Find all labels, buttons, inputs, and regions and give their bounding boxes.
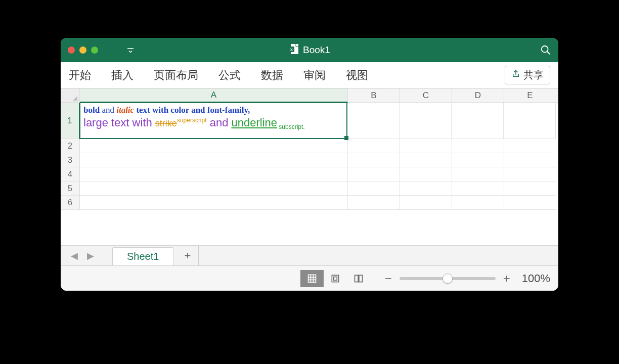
zoom-in-button[interactable]: +: [502, 271, 512, 286]
svg-rect-6: [308, 275, 316, 282]
cell-C5[interactable]: [400, 181, 452, 196]
text-strike: strike: [155, 118, 177, 128]
tab-formulas[interactable]: 公式: [208, 68, 251, 83]
svg-rect-14: [359, 275, 363, 282]
cell-B3[interactable]: [348, 153, 400, 167]
text-bold: bold: [83, 105, 100, 115]
cell-B4[interactable]: [348, 167, 400, 181]
column-header-E[interactable]: E: [504, 88, 556, 102]
cell-D2[interactable]: [452, 139, 504, 153]
svg-rect-2: [289, 47, 294, 52]
svg-line-5: [547, 52, 550, 55]
row-6: 6: [61, 196, 558, 210]
cell-E6[interactable]: [504, 196, 556, 210]
tab-layout[interactable]: 页面布局: [144, 68, 208, 83]
zoom-slider[interactable]: [400, 277, 496, 280]
share-button[interactable]: 共享: [505, 66, 550, 84]
cell-A4[interactable]: [80, 167, 348, 181]
column-headers: A B C D E: [61, 88, 558, 103]
cell-C2[interactable]: [400, 139, 452, 153]
column-header-C[interactable]: C: [400, 88, 452, 102]
app-window: X Book1 开始 插入 页面布局 公式 数据 审阅 视图 共享: [61, 38, 558, 291]
cell-B6[interactable]: [348, 196, 400, 210]
cell-B5[interactable]: [348, 181, 400, 196]
svg-rect-13: [355, 275, 358, 282]
search-icon: [540, 44, 551, 56]
row-header-5[interactable]: 5: [61, 181, 80, 196]
cell-A2[interactable]: [80, 139, 348, 153]
sheet-nav-next-icon[interactable]: ▶: [84, 250, 97, 261]
page-layout-icon: [330, 274, 340, 284]
page-break-icon: [353, 274, 364, 284]
sheet-tab-bar: ◀ ▶ Sheet1 +: [61, 245, 558, 265]
view-switcher: [300, 270, 370, 287]
row-1: 1 bold and italic text with color and fo…: [61, 103, 558, 139]
tab-view[interactable]: 视图: [336, 68, 378, 83]
cell-A1-line2: large text with strikesuperscript and un…: [83, 116, 343, 130]
cell-E1[interactable]: [504, 103, 556, 139]
cell-A1[interactable]: bold and italic text with color and font…: [79, 103, 347, 139]
cell-D3[interactable]: [452, 153, 504, 167]
cell-B2[interactable]: [348, 139, 400, 153]
cell-E5[interactable]: [504, 181, 556, 196]
document-title: Book1: [303, 44, 330, 56]
fill-handle[interactable]: [344, 136, 348, 140]
cell-A3[interactable]: [80, 153, 348, 167]
window-title: X Book1: [61, 38, 558, 62]
ribbon-tabs: 开始 插入 页面布局 公式 数据 审阅 视图 共享: [61, 62, 558, 88]
cell-D4[interactable]: [452, 167, 504, 181]
row-header-3[interactable]: 3: [61, 153, 80, 167]
minimize-icon[interactable]: [79, 47, 86, 54]
cell-D5[interactable]: [452, 181, 504, 196]
zoom-icon[interactable]: [91, 47, 98, 54]
select-all-corner[interactable]: [61, 88, 80, 102]
tab-review[interactable]: 审阅: [293, 68, 336, 83]
zoom-out-button[interactable]: −: [383, 271, 393, 286]
cell-C1[interactable]: [400, 103, 452, 139]
text-underline: underline: [231, 116, 277, 129]
cell-E3[interactable]: [504, 153, 556, 167]
column-header-D[interactable]: D: [452, 88, 504, 102]
view-page-layout-button[interactable]: [324, 270, 347, 287]
share-label: 共享: [523, 68, 544, 82]
row-header-4[interactable]: 4: [61, 167, 80, 181]
tab-insert[interactable]: 插入: [101, 68, 144, 83]
text-italic: italic: [116, 105, 134, 115]
zoom-slider-thumb[interactable]: [443, 274, 453, 284]
plus-icon: +: [184, 249, 191, 262]
zoom-controls: − +: [383, 271, 512, 286]
add-sheet-button[interactable]: +: [176, 246, 199, 265]
tab-home[interactable]: 开始: [69, 68, 101, 83]
grid-icon: [307, 274, 317, 284]
row-header-6[interactable]: 6: [61, 196, 80, 210]
column-header-B[interactable]: B: [348, 88, 400, 102]
customize-toolbar-icon[interactable]: [126, 46, 135, 55]
text-and: and: [102, 105, 114, 115]
cell-C3[interactable]: [400, 153, 452, 167]
cell-B1[interactable]: [347, 103, 400, 139]
search-button[interactable]: [540, 44, 551, 56]
row-header-2[interactable]: 2: [61, 139, 80, 153]
status-bar: − + 100%: [61, 265, 558, 291]
cell-D6[interactable]: [452, 196, 504, 210]
cell-C6[interactable]: [400, 196, 452, 210]
view-page-break-button[interactable]: [347, 270, 370, 287]
close-icon[interactable]: [68, 47, 75, 54]
row-header-1[interactable]: 1: [61, 103, 80, 139]
sheet-tab-sheet1[interactable]: Sheet1: [112, 247, 173, 265]
tab-data[interactable]: 数据: [251, 68, 293, 83]
text-large-prefix: large text with: [83, 116, 155, 129]
cell-A6[interactable]: [80, 196, 348, 210]
zoom-level-label[interactable]: 100%: [522, 272, 550, 285]
window-controls: [68, 47, 98, 54]
svg-rect-11: [332, 275, 338, 282]
column-header-A[interactable]: A: [80, 88, 348, 103]
cell-E2[interactable]: [504, 139, 556, 153]
cell-C4[interactable]: [400, 167, 452, 181]
cell-E4[interactable]: [504, 167, 556, 181]
cell-D1[interactable]: [452, 103, 504, 139]
view-normal-button[interactable]: [300, 270, 324, 287]
cell-A5[interactable]: [80, 181, 348, 196]
row-4: 4: [61, 167, 558, 181]
sheet-nav-prev-icon[interactable]: ◀: [68, 250, 81, 261]
